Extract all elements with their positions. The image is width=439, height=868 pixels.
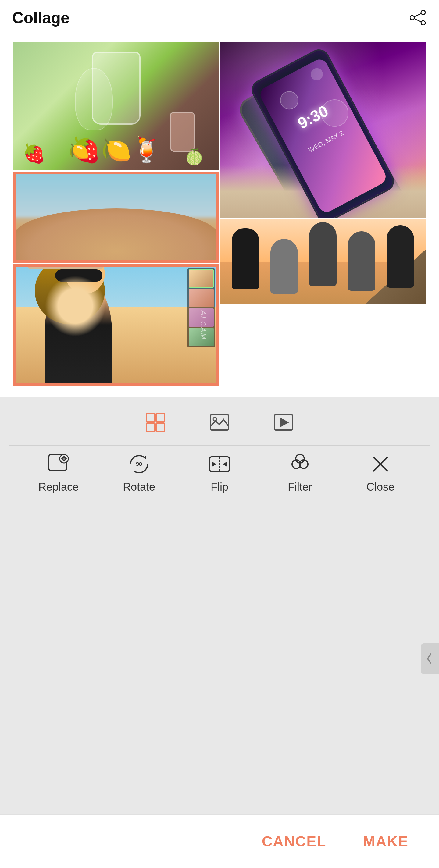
- photo-fruit: 🍓 🍋 🍈: [13, 42, 219, 170]
- page-title: Collage: [12, 8, 69, 27]
- svg-line-3: [414, 14, 421, 17]
- svg-rect-6: [156, 413, 165, 422]
- close-button[interactable]: Close: [359, 452, 402, 493]
- svg-point-10: [213, 417, 217, 421]
- svg-rect-7: [146, 423, 155, 432]
- svg-text:90: 90: [136, 461, 142, 467]
- share-button[interactable]: [410, 9, 427, 26]
- flip-button[interactable]: Flip: [198, 452, 241, 493]
- left-column: 🍓 🍋 🍈: [13, 42, 219, 386]
- photo-phone: 9:30 WED, MAY 2: [220, 42, 426, 218]
- toolbar-grid-button[interactable]: [142, 409, 169, 436]
- collage-area: 🍓 🍋 🍈: [0, 33, 439, 397]
- collage-cell-top-left[interactable]: 🍓 🍋 🍈: [13, 42, 219, 170]
- bottom-buttons: CANCEL MAKE: [0, 814, 439, 868]
- side-arrow-button[interactable]: [421, 643, 439, 674]
- filter-button[interactable]: Filter: [279, 452, 321, 493]
- rotate-label: Rotate: [123, 480, 155, 493]
- toolbar-actions-row: Replace 90 Rotate Flip: [0, 446, 439, 503]
- svg-point-0: [421, 10, 425, 14]
- toolbar-play-button[interactable]: [270, 409, 297, 436]
- collage-cell-top-right[interactable]: 9:30 WED, MAY 2: [220, 42, 426, 218]
- toolbar-image-button[interactable]: [206, 409, 233, 436]
- close-label: Close: [367, 480, 394, 493]
- replace-button[interactable]: Replace: [37, 452, 80, 493]
- photo-girl-beach: ALCAM: [14, 265, 218, 385]
- svg-point-1: [421, 21, 425, 25]
- collage-cell-mid-left[interactable]: [13, 172, 219, 263]
- filter-label: Filter: [288, 480, 312, 493]
- rotate-button[interactable]: 90 Rotate: [118, 452, 160, 493]
- svg-marker-12: [281, 418, 288, 426]
- header: Collage: [0, 0, 439, 33]
- cancel-button[interactable]: CANCEL: [250, 827, 339, 856]
- toolbar-area: Replace 90 Rotate Flip: [0, 397, 439, 814]
- right-column: 9:30 WED, MAY 2: [220, 42, 426, 386]
- collage-cell-bot-right[interactable]: [220, 219, 426, 305]
- svg-rect-8: [156, 423, 165, 432]
- flip-label: Flip: [211, 480, 228, 493]
- friends-group: [220, 241, 426, 305]
- toolbar-top-row: [0, 403, 439, 445]
- svg-line-4: [414, 19, 421, 22]
- svg-rect-5: [146, 413, 155, 422]
- photo-hat-blur: [14, 173, 218, 262]
- collage-grid: 🍓 🍋 🍈: [13, 42, 426, 388]
- replace-label: Replace: [38, 480, 79, 493]
- svg-point-2: [410, 16, 414, 20]
- make-button[interactable]: MAKE: [351, 827, 421, 856]
- toolbar-spacer: [0, 503, 439, 814]
- photo-friends: [220, 219, 426, 305]
- collage-cell-bot-left[interactable]: ALCAM: [13, 264, 219, 386]
